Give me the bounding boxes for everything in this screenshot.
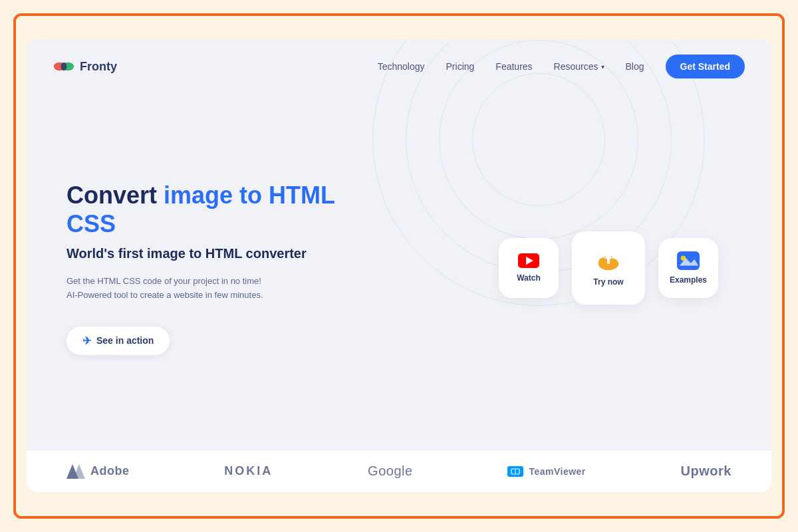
main-card: Fronty Technology Pricing Features Resou… bbox=[27, 40, 771, 492]
teamviewer-icon bbox=[507, 466, 523, 477]
google-brand: Google bbox=[368, 464, 413, 479]
get-started-button[interactable]: Get Started bbox=[666, 55, 745, 78]
play-triangle bbox=[526, 257, 533, 265]
nav-technology[interactable]: Technology bbox=[378, 61, 425, 72]
adobe-icon bbox=[66, 464, 85, 479]
upload-cloud-icon bbox=[596, 249, 621, 272]
try-now-card[interactable]: Try now bbox=[572, 231, 645, 305]
action-cards: Watch Try bbox=[499, 231, 745, 305]
chevron-down-icon: ▾ bbox=[601, 63, 604, 70]
examples-label: Examples bbox=[670, 275, 707, 285]
hero-title: Convert image to HTML CSS bbox=[66, 181, 372, 238]
svg-point-2 bbox=[61, 63, 67, 70]
nav-resources[interactable]: Resources ▾ bbox=[554, 61, 604, 72]
brands-section: Adobe NOKIA Google TeamViewer Upwork bbox=[27, 450, 771, 492]
outer-border: Fronty Technology Pricing Features Resou… bbox=[13, 13, 785, 519]
hero-section: Convert image to HTML CSS World's first … bbox=[27, 93, 771, 450]
logo-icon bbox=[53, 60, 74, 73]
logo-text: Fronty bbox=[80, 60, 117, 74]
see-in-action-button[interactable]: ✈ See in action bbox=[66, 327, 170, 355]
hero-subtitle: World's first image to HTML converter bbox=[66, 246, 372, 261]
nav-features[interactable]: Features bbox=[495, 61, 532, 72]
examples-card[interactable]: Examples bbox=[658, 238, 718, 298]
nokia-brand: NOKIA bbox=[224, 464, 273, 478]
hero-left: Convert image to HTML CSS World's first … bbox=[66, 181, 372, 355]
nav-links: Technology Pricing Features Resources ▾ … bbox=[378, 55, 745, 78]
upwork-brand: Upwork bbox=[681, 464, 732, 479]
navbar: Fronty Technology Pricing Features Resou… bbox=[27, 40, 771, 93]
adobe-brand: Adobe bbox=[66, 464, 130, 479]
nav-pricing[interactable]: Pricing bbox=[446, 61, 475, 72]
teamviewer-brand: TeamViewer bbox=[507, 466, 585, 477]
hero-description: Get the HTML CSS code of your project in… bbox=[66, 275, 372, 303]
nav-blog[interactable]: Blog bbox=[626, 61, 644, 72]
watch-label: Watch bbox=[517, 273, 541, 283]
try-now-label: Try now bbox=[593, 277, 623, 287]
gallery-icon bbox=[677, 251, 700, 270]
paper-plane-icon: ✈ bbox=[82, 334, 91, 347]
logo[interactable]: Fronty bbox=[53, 60, 117, 74]
watch-card[interactable]: Watch bbox=[499, 238, 559, 298]
youtube-icon bbox=[518, 253, 539, 268]
